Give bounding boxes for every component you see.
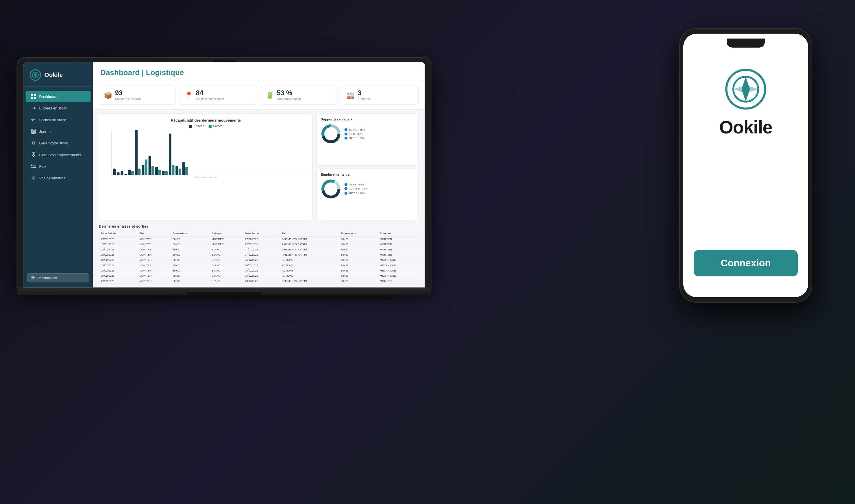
bar-chart	[111, 130, 308, 175]
bar-entry	[182, 162, 185, 175]
col-date-s: Date Sortie	[243, 231, 280, 236]
svg-point-10	[33, 177, 34, 179]
table-cell-tier_e: MON TER	[137, 273, 171, 278]
sidebar-item-emplacements[interactable]: Gérer vos emplacements	[26, 149, 91, 160]
table-cell-date_e: 27/02/2025	[99, 241, 137, 247]
table-cell-dim_s: 80×20	[339, 252, 378, 257]
table-cell-tier_s: PAIEMENTS RATFIN	[280, 241, 339, 247]
bar-exit	[179, 168, 181, 175]
table-cell-tier_s: PAIEMENTS RATFIN	[280, 247, 339, 252]
sidebar-item-entrees[interactable]: Entrées en stock	[26, 103, 91, 114]
table-cell-entrepot_s: MECANIQUE	[378, 257, 419, 263]
bar-entry	[113, 168, 116, 175]
sidebar-item-sorties[interactable]: Sorties de stock	[26, 114, 91, 125]
page-title: Dashboard | Logistique	[100, 68, 417, 77]
stats-row: 📦 93 Supports en stocks 📍 84 Emplacement…	[93, 81, 424, 110]
table-cell-entrepot_s: MORTIER	[378, 241, 419, 247]
bar-group	[128, 170, 134, 175]
sidebar-item-gerer-stock[interactable]: Gérer votre stock	[26, 138, 91, 149]
logout-icon	[31, 276, 35, 280]
donut-card-1: Emplacements par 🔵 LI	[316, 168, 419, 220]
legend-dot-sorties	[209, 125, 212, 128]
donut-card-0: Support(s) en stock 🔵	[316, 113, 419, 165]
table-title: Dernières entrées et sorties	[99, 224, 419, 228]
table-cell-dim_s: 80×25	[339, 273, 378, 278]
chart-title: Récapitulatif des derniers mouvements	[104, 118, 308, 122]
bar-group	[155, 167, 161, 175]
table-cell-dim_e: 80×20	[171, 273, 210, 278]
bar-group	[121, 171, 123, 175]
table-cell-entrepot_e: BLANC	[209, 263, 243, 268]
table-cell-entrepot_s: MORTIER	[378, 236, 419, 241]
bar-entry	[125, 174, 127, 175]
table-cell-date_s: 26/02/2025	[243, 257, 280, 263]
table-cell-tier_e: MON TER	[137, 263, 171, 268]
sidebar-item-parametres[interactable]: Vos paramètres	[26, 173, 91, 184]
table-cell-dim_e: 80×20	[171, 236, 210, 241]
table-cell-entrepot_s: MECANIQUE	[378, 273, 419, 278]
donut-chart-1	[321, 179, 342, 199]
table-cell-dim_s: 80×25	[339, 241, 378, 247]
laptop-notch	[213, 60, 235, 62]
location-icon	[31, 152, 36, 157]
stat-number-2: 53 %	[277, 90, 301, 96]
table-cell-dim_s: 80×26	[339, 268, 378, 273]
legend-dot-entries	[189, 125, 192, 128]
col-dim-s: Dimensions	[339, 231, 378, 236]
chart-side: Support(s) en stock 🔵	[316, 113, 419, 220]
settings-icon	[31, 140, 36, 146]
col-dim-e: Dimensions	[171, 231, 210, 236]
table-cell-date_e: 27/02/2025	[99, 236, 137, 241]
svg-marker-23	[733, 85, 758, 93]
bar-entry	[135, 130, 138, 175]
table-cell-dim_s: 80×20	[339, 247, 378, 252]
laptop-base	[17, 288, 431, 295]
col-entrepot-s: Entrepot	[378, 231, 419, 236]
bar-entry	[155, 167, 158, 175]
bar-group	[182, 162, 188, 175]
table-cell-entrepot_e: BLANC	[209, 268, 243, 273]
table-cell-entrepot_e: BLANC	[209, 273, 243, 278]
sidebar-item-journal[interactable]: Journal	[26, 126, 91, 137]
table-cell-entrepot_s: MORTIER	[378, 252, 419, 257]
sidebar-item-flux[interactable]: Flux	[26, 161, 91, 172]
table-cell-entrepot_s: MORTIER	[378, 247, 419, 252]
table-cell-entrepot_e: BLANC	[209, 257, 243, 263]
table-cell-tier_s: ACTIONB	[280, 257, 339, 263]
table-cell-dim_e: 80×20	[171, 247, 210, 252]
bar-group	[149, 156, 154, 175]
table-cell-tier_e: MON TER	[137, 236, 171, 241]
svg-point-9	[33, 154, 34, 155]
table-cell-tier_e: MON TER	[137, 247, 171, 252]
data-table: Date Entrée Tier Dimensions Entrepot Dat…	[99, 231, 419, 284]
logout-button[interactable]: Déconnexion	[27, 273, 89, 282]
table-cell-dim_e: 80×20	[171, 241, 210, 247]
stat-icon-2: 🔋	[266, 91, 274, 100]
table-cell-dim_s: 80×28	[339, 263, 378, 268]
col-tier-s: Tier	[280, 231, 339, 236]
flux-icon	[31, 164, 36, 169]
table-cell-tier_e: MON TER	[137, 241, 171, 247]
svg-rect-6	[34, 97, 36, 99]
table-cell-tier_s: PAIEMENTS RATFIN	[280, 278, 339, 284]
table-cell-dim_e: 80×20	[171, 278, 210, 284]
laptop: Ookile Dashboard	[17, 58, 431, 300]
table-cell-date_e: 27/02/2025	[99, 278, 137, 284]
table-cell-date_s: 20/02/2025	[243, 278, 280, 284]
col-date-e: Date Entrée	[99, 231, 137, 236]
bar-exit	[138, 168, 140, 175]
book-icon	[31, 129, 36, 134]
scene: Ookile Dashboard	[0, 0, 855, 504]
main-chart: Récapitulatif des derniers mouvements En…	[99, 113, 313, 220]
sidebar-item-dashboard[interactable]: Dashboard	[26, 91, 91, 102]
table-cell-date_s: 27/02/2025	[243, 247, 280, 252]
connexion-button[interactable]: Connexion	[694, 250, 798, 276]
bar-group	[142, 159, 147, 175]
donut-labels-1: 🔵 LIBRE - 47% 🔵 OCCUPÉ - 35% 🔵 AUTRE - 1…	[344, 182, 367, 195]
main-content: Dashboard | Logistique 📦 93 Supports en …	[93, 62, 424, 288]
table-cell-date_s: 27/02/2025	[243, 252, 280, 257]
table-cell-dim_s: 80×20	[339, 257, 378, 263]
stat-number-1: 84	[196, 90, 224, 96]
stat-label-0: Supports en stocks	[115, 97, 140, 101]
legend-sorties: Sorties	[209, 125, 223, 128]
